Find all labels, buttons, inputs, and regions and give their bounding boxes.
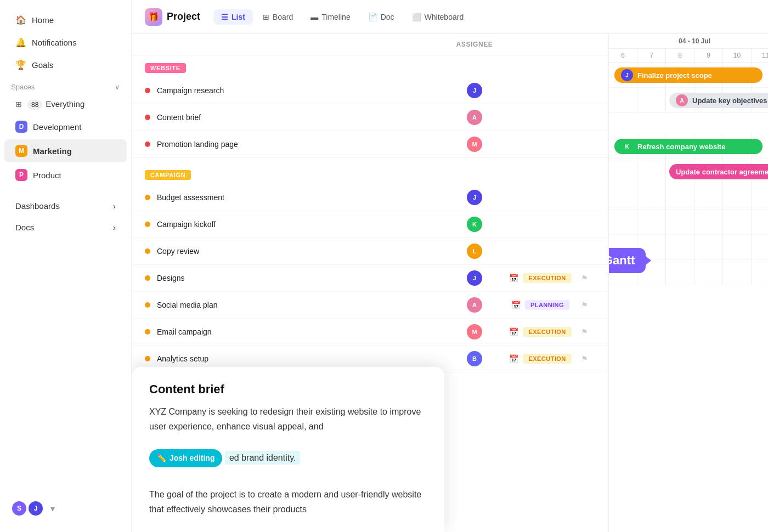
sidebar-item-notifications[interactable]: 🔔 Notifications [4, 32, 127, 53]
task-assignee: A [442, 297, 507, 313]
sidebar-item-home[interactable]: 🏠 Home [4, 9, 127, 31]
task-row[interactable]: Email campaign M 📅 EXECUTION ⚑ [132, 319, 608, 346]
chevron-right-icon: › [113, 201, 116, 211]
gantt-bar-3[interactable]: K Refresh company website [614, 139, 763, 154]
task-row[interactable]: Social media plan A 📅 PLANNING ⚑ [132, 292, 608, 319]
sidebar-item-dashboards[interactable]: Dashboards › [4, 196, 127, 216]
website-section-header: WEBSITE [132, 55, 608, 77]
gantt-cell [723, 260, 752, 285]
spaces-label: Spaces [11, 83, 35, 91]
grid-icon: ⊞ [15, 100, 22, 109]
calendar-icon: 📅 [509, 274, 518, 282]
gantt-cell [609, 260, 637, 285]
task-assignee: J [442, 83, 507, 98]
task-row[interactable]: Campaign research J [132, 77, 608, 104]
tab-whiteboard[interactable]: ⬜ Whiteboard [404, 9, 472, 25]
gantt-cell [609, 184, 637, 210]
board-icon: ⊞ [263, 13, 269, 21]
doc-icon: 📄 [368, 13, 377, 21]
task-flag: ⚑ [573, 301, 595, 309]
task-assignee: M [442, 137, 507, 152]
chevron-down-icon[interactable]: ∨ [115, 83, 120, 91]
task-row[interactable]: Content brief A [132, 104, 608, 131]
sidebar-item-goals[interactable]: 🏆 Goals [4, 54, 127, 76]
avatar: M [467, 137, 482, 152]
calendar-icon: 📅 [511, 301, 521, 309]
sidebar-item-product[interactable]: P Product [4, 163, 127, 186]
content-area: ASSIGNEE WEBSITE Campaign research J Con… [132, 34, 768, 532]
task-flag: ⚑ [573, 354, 595, 363]
tab-label: List [231, 13, 245, 21]
sidebar-item-label: 88Everything [27, 99, 84, 109]
sidebar-item-docs[interactable]: Docs › [4, 217, 127, 237]
task-status-dot [145, 222, 150, 227]
app-header: 🎁 Project ☰ List ⊞ Board ▬ Timeline 📄 Do… [132, 0, 768, 34]
gantt-cell [637, 210, 666, 235]
task-row[interactable]: Copy review L [132, 238, 608, 265]
gantt-cell [694, 235, 723, 260]
task-assignee: B [442, 351, 507, 366]
tab-doc[interactable]: 📄 Doc [360, 9, 402, 25]
task-status-dot [145, 302, 150, 308]
task-name: Promotion landing page [157, 140, 442, 149]
task-name: Budget assessment [157, 193, 442, 202]
sidebar-item-label: Notifications [32, 38, 77, 47]
home-icon: 🏠 [15, 15, 26, 25]
docs-panel-content: XYZ Company is seeking to redesign their… [149, 404, 427, 517]
avatar: A [467, 110, 482, 125]
tab-label: Whiteboard [425, 13, 464, 21]
sidebar-item-label: Product [33, 171, 61, 180]
campaign-badge: CAMPAIGN [145, 170, 191, 180]
gantt-cell [637, 88, 666, 113]
gantt-row [609, 210, 768, 235]
marketing-dot: M [15, 145, 27, 157]
status-badge: PLANNING [525, 300, 569, 310]
josh-editing-badge[interactable]: ✏️ Josh editing [149, 449, 222, 468]
task-row[interactable]: Designs J 📅 EXECUTION ⚑ [132, 265, 608, 292]
task-name: Campaign kickoff [157, 220, 442, 229]
view-tabs: ☰ List ⊞ Board ▬ Timeline 📄 Doc ⬜ Whiteb… [213, 9, 471, 25]
gantt-bar-4[interactable]: Update contractor agreement [669, 164, 768, 179]
task-status-dot [145, 275, 150, 281]
task-status-col: 📅 EXECUTION [507, 273, 573, 283]
avatar: A [676, 94, 688, 106]
avatar-user1[interactable]: S [11, 500, 27, 517]
task-row[interactable]: Budget assessment J [132, 184, 608, 211]
docs-para-1: XYZ Company is seeking to redesign their… [149, 404, 427, 434]
task-assignee: J [442, 270, 507, 286]
gantt-cell [694, 260, 723, 285]
sidebar-item-label: Docs [15, 223, 34, 232]
tab-board[interactable]: ⊞ Board [255, 9, 301, 25]
task-name: Copy review [157, 247, 442, 256]
gantt-cell [637, 260, 666, 285]
sidebar-item-everything[interactable]: ⊞ 88Everything [4, 94, 127, 114]
avatar-user2[interactable]: J [27, 500, 44, 517]
task-row[interactable]: Campaign kickoff K [132, 211, 608, 238]
sidebar-item-label: Marketing [33, 146, 72, 156]
sidebar-item-label: Goals [32, 60, 53, 70]
gantt-bar-1[interactable]: J Finalize project scope [614, 67, 763, 83]
avatar: J [621, 69, 633, 81]
status-badge: EXECUTION [523, 327, 571, 337]
tab-timeline[interactable]: ▬ Timeline [303, 9, 358, 25]
gantt-cell [666, 210, 694, 235]
task-flag: ⚑ [573, 274, 595, 282]
task-status-dot [145, 356, 150, 361]
list-icon: ☰ [221, 13, 228, 21]
sidebar-item-development[interactable]: D Development [4, 115, 127, 138]
gantt-cell [609, 210, 637, 235]
task-list-panel: ASSIGNEE WEBSITE Campaign research J Con… [132, 34, 609, 532]
task-status-col: 📅 EXECUTION [507, 327, 573, 337]
task-row[interactable]: Promotion landing page M [132, 131, 608, 158]
gantt-week-label-1: 04 - 10 Jul [609, 34, 768, 49]
gantt-section-spacer [609, 113, 768, 134]
avatar-dropdown[interactable]: ▾ [50, 503, 55, 514]
tab-list[interactable]: ☰ List [213, 9, 253, 25]
gantt-row [609, 235, 768, 260]
gantt-cell [609, 88, 637, 113]
sidebar-item-marketing[interactable]: M Marketing [4, 139, 127, 162]
task-name: Campaign research [157, 86, 442, 95]
spaces-section: Spaces ∨ [0, 76, 131, 93]
gantt-bar-label: Update key objectives [692, 97, 767, 105]
gantt-bar-2[interactable]: A Update key objectives [669, 93, 768, 108]
